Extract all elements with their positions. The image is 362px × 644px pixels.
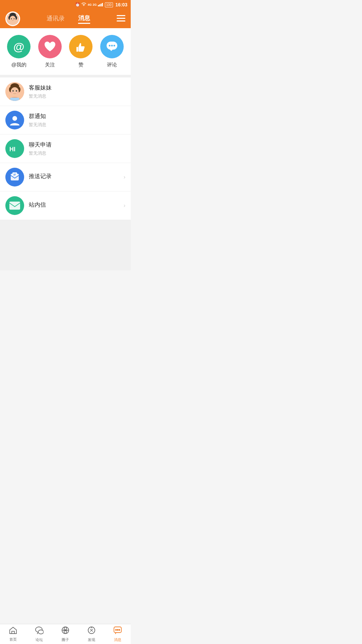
svg-point-29 (16, 90, 17, 92)
follow-label: 关注 (45, 62, 55, 68)
signal-4g-icon: 4G (87, 3, 92, 6)
action-follow[interactable]: 关注 (38, 35, 62, 68)
list-item[interactable]: 客服妹妹 暂无消息 (0, 77, 131, 106)
internal-mail-title: 站内信 (29, 201, 119, 209)
svg-rect-14 (117, 20, 125, 21)
svg-point-19 (109, 45, 110, 47)
svg-rect-13 (117, 18, 125, 19)
message-list: 客服妹妹 暂无消息 群通知 暂无消息 HI 聊天申请 暂无消息 (0, 77, 131, 220)
svg-rect-1 (99, 4, 100, 6)
push-record-title: 推送记录 (29, 172, 119, 180)
at-me-circle: @ (7, 35, 31, 58)
signal-2g-icon: 2G (93, 3, 97, 6)
gray-spacer (0, 220, 131, 270)
header: 通讯录 消息 (0, 9, 131, 28)
action-likes[interactable]: 赞 (69, 35, 93, 68)
internal-mail-arrow: › (124, 203, 125, 209)
list-item[interactable]: 群通知 暂无消息 (0, 106, 131, 135)
comments-circle (100, 35, 124, 58)
svg-point-27 (11, 87, 19, 96)
group-notice-content: 群通知 暂无消息 (29, 112, 125, 128)
action-comments[interactable]: 评论 (100, 35, 124, 68)
group-notice-avatar (5, 111, 24, 129)
user-avatar[interactable] (5, 11, 20, 26)
menu-button[interactable] (117, 15, 125, 23)
customer-service-content: 客服妹妹 暂无消息 (29, 84, 125, 99)
svg-point-28 (12, 90, 14, 92)
quick-actions: @ @我的 关注 赞 (0, 28, 131, 77)
svg-rect-0 (98, 5, 99, 6)
signal-bars-icon (98, 2, 104, 7)
svg-rect-33 (10, 98, 19, 101)
tab-contacts[interactable]: 通讯录 (47, 14, 65, 23)
svg-rect-3 (102, 3, 103, 6)
internal-mail-content: 站内信 (29, 201, 119, 210)
time-display: 16:03 (115, 2, 127, 7)
follow-circle (38, 35, 62, 58)
svg-rect-38 (9, 202, 20, 210)
group-notice-subtitle: 暂无消息 (29, 122, 125, 128)
svg-point-31 (17, 92, 19, 93)
svg-point-10 (11, 18, 12, 19)
svg-rect-17 (76, 47, 78, 52)
svg-rect-12 (117, 15, 125, 16)
push-record-arrow: › (124, 174, 125, 180)
customer-service-subtitle: 暂无消息 (29, 93, 125, 99)
svg-point-9 (10, 16, 16, 22)
svg-text:HI: HI (9, 146, 15, 153)
chat-request-subtitle: 暂无消息 (29, 150, 125, 156)
status-bar: ⏰ 4G 2G 100 16:03 (0, 0, 131, 9)
internal-mail-avatar (5, 196, 24, 215)
chat-request-title: 聊天申请 (29, 141, 125, 149)
svg-point-11 (14, 18, 15, 19)
svg-point-30 (11, 92, 13, 93)
header-tabs: 通讯录 消息 (20, 14, 117, 24)
comments-label: 评论 (107, 62, 117, 68)
likes-circle (69, 35, 93, 58)
customer-service-title: 客服妹妹 (29, 84, 125, 92)
wifi-icon (81, 2, 86, 7)
chat-request-avatar: HI (5, 139, 24, 158)
likes-label: 赞 (78, 62, 83, 68)
list-item[interactable]: HI 聊天申请 暂无消息 (0, 135, 131, 163)
tab-messages[interactable]: 消息 (78, 14, 90, 24)
svg-rect-2 (101, 4, 102, 6)
battery-icon: 100 (105, 2, 113, 7)
customer-service-avatar (5, 82, 24, 101)
svg-point-34 (12, 116, 17, 121)
alarm-icon: ⏰ (75, 2, 80, 7)
chat-request-content: 聊天申请 暂无消息 (29, 141, 125, 156)
list-item[interactable]: 站内信 › (0, 192, 131, 220)
group-notice-title: 群通知 (29, 112, 125, 120)
at-me-label: @我的 (11, 62, 26, 68)
action-at-me[interactable]: @ @我的 (7, 35, 31, 68)
svg-point-21 (113, 45, 115, 47)
push-record-content: 推送记录 (29, 172, 119, 182)
list-item[interactable]: 推送记录 › (0, 163, 131, 192)
push-record-avatar (5, 168, 24, 186)
svg-point-20 (111, 45, 113, 47)
